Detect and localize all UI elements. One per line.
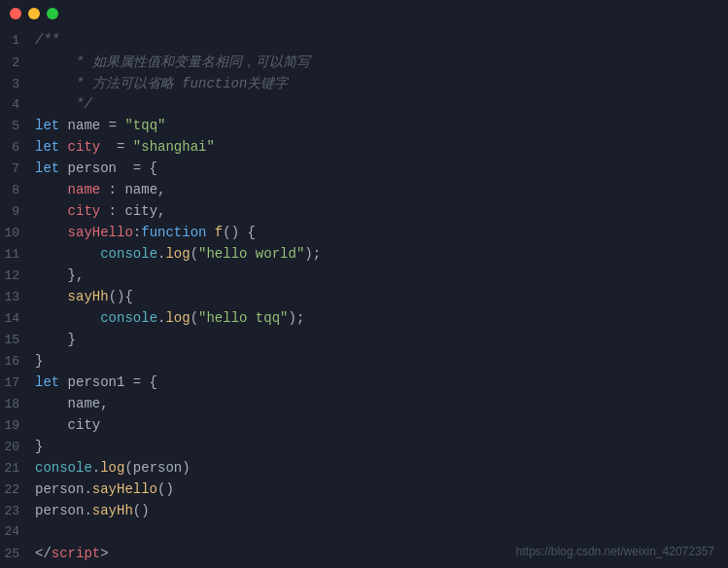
token-fn: sayHello — [92, 481, 157, 497]
watermark: https://blog.csdn.net/weixin_42072357 — [516, 545, 714, 558]
token-kw: let — [35, 118, 68, 133]
code-line: 14 console.log("hello tqq"); — [0, 309, 728, 331]
code-line: 4 */ — [0, 95, 728, 117]
code-line: 6let city = "shanghai" — [0, 138, 728, 160]
token-plain: </ — [35, 546, 52, 561]
line-number: 25 — [0, 547, 35, 561]
code-line: 1/** — [0, 31, 728, 53]
line-code: person.sayHello() — [35, 481, 174, 497]
line-code: */ — [35, 96, 92, 112]
token-cyan: console — [35, 460, 92, 476]
line-code: console.log("hello tqq"); — [35, 310, 304, 326]
token-plain: () — [157, 481, 174, 497]
line-number: 14 — [0, 311, 35, 326]
line-number: 19 — [0, 418, 35, 433]
token-str: "hello world" — [198, 246, 304, 262]
line-code: } — [35, 353, 43, 369]
line-code: }, — [35, 267, 84, 283]
line-code: let person1 = { — [35, 374, 157, 390]
token-kw: let — [35, 160, 68, 176]
line-code: let person = { — [35, 160, 157, 176]
line-code: } — [35, 332, 76, 347]
line-code: /** — [35, 32, 59, 48]
minimize-button[interactable] — [28, 8, 40, 19]
code-line: 15 } — [0, 331, 728, 352]
line-code: name : name, — [35, 182, 165, 197]
code-line: 13 sayHh(){ — [0, 288, 728, 309]
token-pink: name — [68, 182, 101, 197]
token-fn: sayHh — [68, 289, 109, 304]
line-code: let name = "tqq" — [35, 118, 165, 133]
token-plain — [206, 225, 214, 240]
token-plain: person. — [35, 481, 92, 497]
line-number: 22 — [0, 482, 35, 497]
line-number: 11 — [0, 247, 35, 262]
code-line: 16} — [0, 352, 728, 373]
line-code: * 如果属性值和变量名相同，可以简写 — [35, 53, 310, 71]
code-line: 19 city — [0, 416, 728, 438]
code-line: 18 name, — [0, 395, 728, 416]
token-plain — [35, 203, 68, 219]
token-fn: f — [215, 225, 223, 240]
code-line: 7let person = { — [0, 160, 728, 181]
maximize-button[interactable] — [47, 8, 58, 19]
token-plain — [35, 225, 68, 240]
token-plain — [35, 246, 100, 262]
line-code: * 方法可以省略 function关键字 — [35, 75, 288, 92]
code-line: 11 console.log("hello world"); — [0, 245, 728, 266]
token-plain: = — [109, 118, 125, 133]
token-plain: }, — [35, 267, 84, 283]
line-number: 9 — [0, 204, 35, 219]
token-str: "shanghai" — [133, 139, 215, 155]
token-comment: /** — [35, 32, 59, 48]
line-code: let city = "shanghai" — [35, 139, 215, 155]
token-plain: } — [35, 332, 76, 347]
title-bar — [0, 0, 728, 27]
line-code: console.log("hello world"); — [35, 246, 321, 262]
line-number: 23 — [0, 504, 35, 518]
code-line: 2 * 如果属性值和变量名相同，可以简写 — [0, 53, 728, 74]
token-plain: person. — [35, 503, 92, 518]
token-plain: () { — [223, 225, 256, 240]
token-kw: let — [35, 139, 68, 155]
code-line: 17let person1 = { — [0, 373, 728, 395]
token-plain: . — [92, 460, 100, 476]
line-number: 17 — [0, 375, 35, 390]
token-comment: * 方法可以省略 function关键字 — [35, 76, 288, 91]
line-code: sayHh(){ — [35, 289, 133, 304]
line-number: 7 — [0, 161, 35, 176]
token-plain: } — [35, 353, 43, 369]
token-plain — [35, 289, 68, 304]
line-code: sayHello:function f() { — [35, 225, 256, 240]
code-line: 3 * 方法可以省略 function关键字 — [0, 74, 728, 95]
line-code: </script> — [35, 546, 109, 561]
token-str: "tqq" — [124, 118, 165, 133]
token-pink: city — [68, 139, 101, 155]
line-number: 15 — [0, 333, 35, 347]
code-line: 5let name = "tqq" — [0, 117, 728, 138]
token-cyan: console — [100, 310, 157, 326]
code-line: 24 — [0, 523, 728, 545]
close-button[interactable] — [10, 8, 21, 19]
token-plain: (){ — [109, 289, 133, 304]
line-number: 12 — [0, 268, 35, 283]
code-line: 10 sayHello:function f() { — [0, 224, 728, 245]
line-code: person.sayHh() — [35, 503, 150, 518]
token-pink: sayHello — [68, 225, 133, 240]
token-plain — [35, 182, 68, 197]
token-cyan: console — [100, 246, 157, 262]
line-number: 10 — [0, 226, 35, 240]
line-code: city — [35, 417, 100, 433]
code-line: 12 }, — [0, 266, 728, 288]
token-plain: () — [133, 503, 150, 518]
code-line: 21console.log(person) — [0, 459, 728, 480]
token-pink: script — [52, 546, 100, 561]
line-code: city : city, — [35, 203, 165, 219]
token-fn: sayHh — [92, 503, 133, 518]
token-plain: } — [35, 439, 43, 454]
line-number: 21 — [0, 461, 35, 476]
token-plain: = — [100, 139, 133, 155]
token-plain: : city, — [100, 203, 165, 219]
line-number: 2 — [0, 55, 35, 70]
token-plain: > — [100, 546, 108, 561]
